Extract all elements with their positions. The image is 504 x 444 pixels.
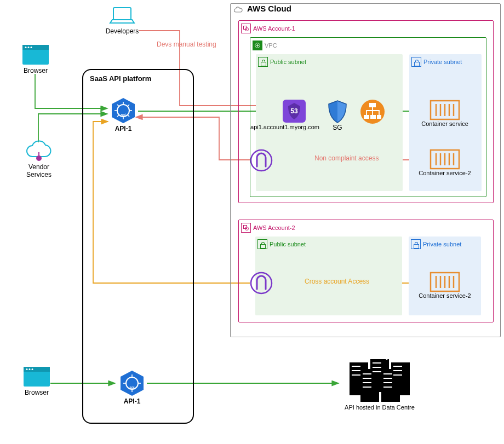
svg-rect-69 [393,370,402,371]
svg-rect-21 [369,103,376,107]
svg-text:api: api [121,113,126,117]
svg-rect-22 [364,115,369,119]
cloud-icon [233,5,243,15]
svg-rect-62 [352,366,360,367]
svg-point-3 [25,47,27,48]
svg-rect-63 [352,370,360,371]
vpc-icon [253,41,262,50]
svg-point-79 [365,359,367,360]
data-centre: API hosted in Data Centre [339,359,421,411]
svg-point-48 [29,368,31,370]
api-1-top: api API-1 [107,96,139,132]
lock-icon [258,57,268,67]
browser-2: Browser [20,365,54,396]
browser-1: Browser [19,43,53,74]
lock-icon [257,239,267,249]
saas-title: SaaS API platform [90,74,151,83]
svg-text:api: api [129,385,135,390]
cross-account-label: Cross account Access [305,278,369,285]
sg-label: SG [333,124,342,131]
vendor-label: Vendor Services [15,163,62,178]
aws-account-2-label: AWS Account-2 [253,224,295,231]
container-a2-label: Container service-2 [419,292,471,299]
container-service-1: Container service [417,100,472,127]
svg-point-6 [36,155,42,161]
svg-text:53: 53 [290,107,298,115]
svg-rect-66 [373,367,381,368]
svg-rect-0 [113,8,131,20]
svg-rect-74 [363,387,371,388]
developers-label: Developers [106,27,139,35]
lock-icon [411,57,421,67]
svg-rect-73 [363,382,371,383]
api-1-top-label: API-1 [115,125,132,132]
devs-manual-label: Devs manual testing [157,41,216,48]
svg-rect-77 [383,382,392,383]
svg-rect-75 [383,373,392,374]
developers-icon: Developers [103,5,141,35]
route53: 53 api1.account1.myorg.com [264,99,324,130]
svg-point-49 [32,368,33,370]
private-subnet-2-label: Private subnet [423,241,461,247]
api-1-bottom: api API-1 [116,369,148,405]
svg-point-5 [31,47,32,48]
non-compliant-label: Non complaint access [314,154,379,162]
public-subnet-2: Public subnet [255,237,402,315]
svg-rect-76 [383,378,392,379]
browser-2-label: Browser [25,389,49,396]
api-1-bottom-label: API-1 [124,397,141,405]
load-balancer [359,99,386,125]
svg-rect-71 [363,373,371,374]
public-subnet-1-label: Public subnet [270,59,306,65]
account-icon [241,223,251,233]
gateway-1 [250,149,273,172]
vendor-services: Vendor Services [15,140,62,178]
public-subnet-2-label: Public subnet [270,241,306,247]
svg-rect-23 [370,115,376,119]
svg-rect-78 [383,387,392,388]
aws-account-1-label: AWS Account-1 [253,25,295,32]
svg-rect-72 [363,378,371,379]
account-icon [241,24,251,33]
container-2-a1-label: Container service-2 [419,170,471,176]
container-1-label: Container service [421,120,468,127]
container-service-2-a2: Container service-2 [417,272,472,299]
datacenter-label: API hosted in Data Centre [345,404,415,411]
private-subnet-1-label: Private subnet [423,59,462,65]
svg-rect-64 [352,374,360,376]
aws-cloud-title: AWS Cloud [247,4,291,13]
lock-icon [411,239,421,249]
svg-point-47 [26,368,28,370]
aws-account-2: AWS Account-2 Public subnet Private subn… [238,220,494,322]
svg-rect-68 [393,366,402,367]
svg-rect-65 [373,362,381,364]
route53-host: api1.account1.myorg.com [250,124,319,130]
svg-rect-67 [373,371,381,372]
gateway-2 [250,272,273,295]
svg-point-4 [28,47,30,48]
security-group: SG [327,100,348,131]
vpc-label: VPC [265,42,277,49]
browser-1-label: Browser [24,67,48,74]
container-service-2-a1: Container service-2 [417,149,472,176]
svg-rect-70 [393,374,402,376]
svg-rect-24 [377,115,381,119]
